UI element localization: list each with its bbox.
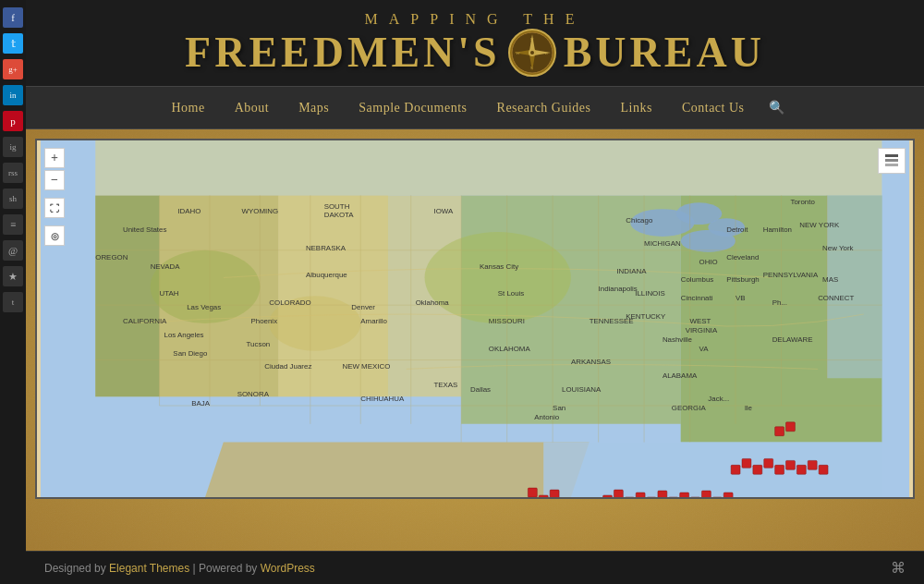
svg-text:Amarillo: Amarillo: [360, 317, 387, 325]
svg-text:SONORA: SONORA: [237, 390, 270, 398]
svg-text:Pittsburgh: Pittsburgh: [726, 275, 760, 284]
svg-rect-170: [658, 491, 667, 497]
svg-rect-14: [885, 164, 898, 166]
svg-rect-183: [796, 465, 806, 474]
layers-icon[interactable]: ≡: [3, 214, 23, 235]
google-plus-icon[interactable]: g+: [3, 59, 23, 79]
location-button[interactable]: ◎: [44, 225, 65, 246]
svg-rect-181: [775, 465, 784, 474]
svg-text:COLORADO: COLORADO: [269, 298, 310, 307]
compass-icon: N S W E: [508, 29, 556, 77]
bookmark-icon[interactable]: ★: [3, 266, 23, 286]
svg-text:ILLINOIS: ILLINOIS: [635, 289, 665, 298]
twitter-icon[interactable]: 𝕥: [3, 33, 23, 54]
svg-text:Indianapolis: Indianapolis: [599, 285, 638, 293]
svg-text:Las Vegas: Las Vegas: [187, 303, 221, 311]
zoom-in-button[interactable]: +: [44, 148, 65, 168]
rss-icon[interactable]: rss: [3, 163, 23, 183]
svg-text:S: S: [530, 66, 533, 70]
svg-text:VIRGINIA: VIRGINIA: [686, 326, 718, 335]
fullscreen-button[interactable]: ⛶: [44, 198, 65, 218]
svg-text:LOUISIANA: LOUISIANA: [562, 385, 602, 394]
nav-about[interactable]: About: [220, 95, 285, 121]
footer: Designed by Elegant Themes | Powered by …: [26, 551, 924, 584]
svg-text:OHIO: OHIO: [699, 258, 717, 266]
svg-text:Columbus: Columbus: [681, 275, 714, 284]
email-icon[interactable]: @: [3, 240, 23, 261]
svg-text:Nashville: Nashville: [663, 335, 693, 344]
svg-text:CONNECT: CONNECT: [818, 294, 854, 302]
instagram-icon[interactable]: ig: [3, 137, 23, 157]
svg-text:E: E: [545, 51, 548, 55]
nav-maps[interactable]: Maps: [284, 95, 344, 121]
layers-button[interactable]: [878, 148, 906, 174]
linkedin-icon[interactable]: in: [3, 85, 23, 105]
svg-point-7: [530, 51, 534, 55]
zoom-out-button[interactable]: −: [44, 170, 65, 190]
svg-text:NEW YORK: NEW YORK: [799, 221, 840, 229]
svg-text:ARKANSAS: ARKANSAS: [571, 358, 611, 366]
title-left: FREEDMEN'S: [185, 28, 501, 77]
svg-rect-166: [614, 490, 623, 497]
content-area: + − ⛶ ◎: [26, 129, 924, 573]
svg-text:WYOMING: WYOMING: [242, 207, 279, 215]
svg-rect-185: [819, 465, 828, 474]
nav-sample-docs[interactable]: Sample Documents: [344, 95, 481, 121]
svg-text:MISSOURI: MISSOURI: [489, 317, 525, 325]
svg-text:OKLAHOMA: OKLAHOMA: [489, 345, 531, 353]
svg-text:Dallas: Dallas: [470, 385, 491, 394]
nav-research-guides[interactable]: Research Guides: [482, 95, 606, 121]
svg-text:BAJA: BAJA: [191, 399, 210, 408]
svg-text:N: N: [530, 37, 534, 42]
svg-text:DAKOTA: DAKOTA: [324, 211, 355, 219]
search-icon[interactable]: 🔍: [760, 94, 794, 121]
svg-rect-165: [603, 495, 613, 497]
svg-text:UTAH: UTAH: [160, 289, 179, 298]
svg-text:Jack...: Jack...: [708, 395, 729, 403]
svg-text:NEVADA: NEVADA: [151, 262, 181, 271]
svg-text:MICHIGAN: MICHIGAN: [644, 239, 681, 248]
facebook-icon[interactable]: f: [3, 7, 23, 28]
social-sidebar: f 𝕥 g+ in p ig rss sh ≡ @ ★ t: [0, 0, 26, 584]
svg-text:Ph...: Ph...: [772, 298, 787, 307]
svg-rect-182: [786, 460, 796, 469]
svg-text:TEXAS: TEXAS: [433, 381, 457, 389]
navigation: Home About Maps Sample Documents Researc…: [26, 86, 924, 129]
svg-text:Ciudad Juarez: Ciudad Juarez: [264, 362, 311, 371]
svg-rect-180: [764, 458, 773, 468]
title-top: MAPPING THE: [365, 11, 586, 28]
svg-text:IOWA: IOWA: [433, 207, 454, 215]
rss-feed-icon[interactable]: ⌘: [891, 559, 906, 577]
pinterest-icon[interactable]: p: [3, 111, 23, 131]
svg-rect-177: [731, 465, 740, 474]
nav-home[interactable]: Home: [156, 95, 219, 121]
nav-contact[interactable]: Contact Us: [667, 95, 760, 121]
svg-text:New York: New York: [822, 244, 853, 252]
tumblr-icon[interactable]: t: [3, 292, 23, 312]
svg-text:Tucson: Tucson: [247, 340, 271, 348]
svg-text:CHIHUAHUA: CHIHUAHUA: [360, 395, 405, 403]
nav-links[interactable]: Links: [606, 95, 667, 121]
svg-text:Los Angeles: Los Angeles: [164, 331, 203, 339]
svg-text:KENTUCKY: KENTUCKY: [626, 312, 666, 321]
wordpress-link[interactable]: WordPress: [261, 562, 315, 575]
svg-text:OREGON: OREGON: [95, 253, 128, 262]
svg-text:Cincinnati: Cincinnati: [681, 294, 713, 302]
svg-rect-184: [808, 460, 817, 469]
svg-text:San Diego: San Diego: [173, 349, 208, 358]
svg-text:Detroit: Detroit: [726, 225, 748, 234]
svg-rect-192: [528, 488, 537, 497]
elegant-themes-link[interactable]: Elegant Themes: [109, 562, 189, 575]
svg-text:MAS: MAS: [822, 275, 838, 284]
map-container[interactable]: + − ⛶ ◎: [35, 139, 915, 499]
svg-text:DELAWARE: DELAWARE: [772, 335, 813, 344]
svg-rect-186: [775, 427, 784, 436]
svg-text:lle: lle: [745, 404, 753, 412]
svg-rect-174: [701, 491, 711, 497]
svg-text:Denver: Denver: [351, 303, 375, 311]
svg-rect-179: [753, 465, 762, 474]
share-icon[interactable]: sh: [3, 189, 23, 209]
svg-text:IDAHO: IDAHO: [177, 207, 201, 215]
map-layers: [878, 148, 906, 174]
svg-text:Albuquerque: Albuquerque: [306, 271, 347, 279]
